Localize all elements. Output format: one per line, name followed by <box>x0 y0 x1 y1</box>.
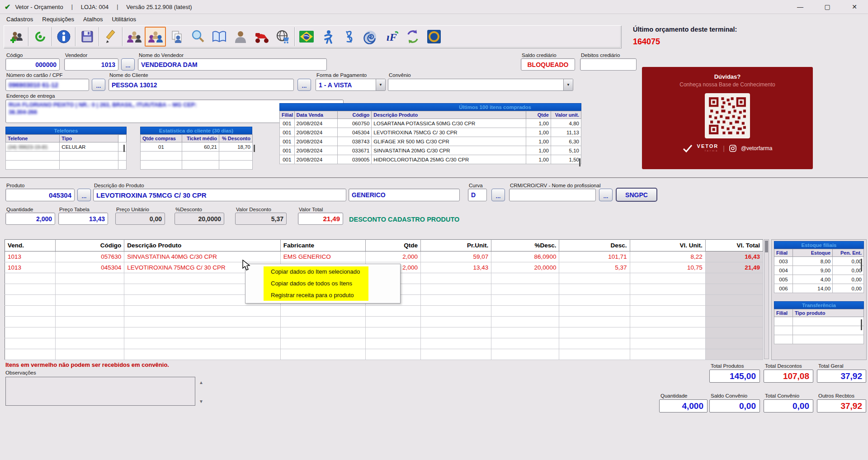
table-row[interactable] <box>5 306 763 317</box>
valor-desconto-field: 5,37 <box>235 213 287 225</box>
convenio-select[interactable]: ▼ <box>388 79 573 91</box>
table-row[interactable] <box>5 338 763 349</box>
table-row <box>774 317 864 326</box>
items-table-scrollbar[interactable] <box>764 239 769 359</box>
produto-label: Produto <box>6 183 24 188</box>
table-row[interactable]: 00120/08/2024033671SINVASTATINA 20MG C/3… <box>280 146 581 155</box>
person-run-icon[interactable] <box>317 27 338 47</box>
table-row[interactable] <box>6 152 127 161</box>
close-button[interactable]: ✕ <box>844 0 864 13</box>
table-row[interactable]: 00120/08/2024045304LEVOTIROXINA 75MCG C/… <box>280 128 581 137</box>
estatistica-scrollbar[interactable] <box>254 145 255 152</box>
minimize-button[interactable]: — <box>790 0 810 13</box>
vendedor-label: Vendedor <box>65 52 87 58</box>
brazil-flag-icon[interactable] <box>296 27 317 47</box>
spiral-icon[interactable] <box>359 27 381 47</box>
table-row[interactable]: 00120/08/2024038743GLIFAGE XR 500 MG C/3… <box>280 137 581 146</box>
menu-utilitarios[interactable]: Utilitários <box>107 14 140 24</box>
menu-bar: Cadastros Requisições Atalhos Utilitário… <box>0 14 868 24</box>
estoque-filiais-table: FilialEstoquePen. Ent. 0038,000,000049,0… <box>774 249 864 293</box>
header-cell: Desc. <box>559 240 630 251</box>
observacoes-scroll-up-icon[interactable]: ▲ <box>199 380 203 385</box>
delivery-motorcycle-icon[interactable] <box>251 27 272 47</box>
save-icon[interactable] <box>76 27 98 47</box>
info-icon[interactable] <box>53 27 74 47</box>
pharma-symbol-icon[interactable] <box>338 27 359 47</box>
phone-green-icon[interactable] <box>29 27 51 47</box>
estoque-scrollbar[interactable] <box>861 259 862 271</box>
table-row[interactable]: 1013057630SINVASTATINA 40MG C/30 CPREMS … <box>5 251 763 262</box>
forma-pagamento-select[interactable]: 1 - A VISTA ▼ <box>316 79 386 91</box>
scrollbar-thumb[interactable] <box>765 241 768 252</box>
menu-atalhos[interactable]: Atalhos <box>79 14 107 24</box>
crm-input[interactable] <box>509 189 596 201</box>
red-items-warning: Itens em vermelho não podem ser recebido… <box>5 361 169 368</box>
table-row[interactable] <box>5 349 763 360</box>
valor-total-field: 21,49 <box>298 213 343 225</box>
divider: | <box>723 145 725 152</box>
nome-cliente-input[interactable]: PESSOA 13012 <box>108 79 294 91</box>
table-row[interactable]: 00614,000,00 <box>774 284 864 293</box>
table-row[interactable]: 0038,000,00 <box>774 257 864 266</box>
curva-lookup-button[interactable]: ... <box>491 189 505 201</box>
observacoes-scroll-down-icon[interactable]: ▼ <box>199 399 203 404</box>
observacoes-textarea[interactable] <box>5 377 195 406</box>
copy-document-icon[interactable] <box>166 27 187 47</box>
catalog-book-icon[interactable] <box>208 27 230 47</box>
clients-group-selected-icon[interactable] <box>145 27 166 47</box>
table-row[interactable]: 0049,000,00 <box>774 266 864 275</box>
produto-lookup-button[interactable]: ... <box>77 189 91 201</box>
cartao-cpf-input[interactable]: 096903010 61-12 <box>5 79 89 91</box>
table-row[interactable] <box>5 327 763 338</box>
menu-item-copiar-todos[interactable]: Copiar dados de todos os Itens <box>267 278 400 290</box>
window-title-loja: LOJA: 004 <box>81 4 108 10</box>
header-cell: Telefone <box>6 135 60 142</box>
header-cell: Filial <box>774 249 793 257</box>
vendedor-lookup-button[interactable]: ... <box>121 58 135 71</box>
table-row[interactable] <box>5 317 763 327</box>
maximize-button[interactable]: ▢ <box>817 0 837 13</box>
table-row[interactable]: 00120/08/2024060750LOSARTANA POTASSICA 5… <box>280 119 581 128</box>
f-logo-icon[interactable]: ıF <box>381 27 402 47</box>
estatistica-title: Estatística do cliente (30 dias) <box>140 127 252 134</box>
menu-item-registrar-receita[interactable]: Registrar receita para o produto <box>267 290 400 302</box>
menu-requisicoes[interactable]: Requisições <box>38 14 79 24</box>
table-row <box>141 161 253 170</box>
add-client-icon[interactable] <box>6 27 27 47</box>
table-row[interactable] <box>6 161 127 170</box>
quantidade-input[interactable]: 2,000 <box>5 213 55 225</box>
produto-input[interactable]: 045304 <box>5 189 75 201</box>
nome-vendedor-input[interactable]: VENDEDORA DAM <box>138 58 327 71</box>
edit-icon[interactable] <box>100 27 121 47</box>
oval-logo-icon[interactable] <box>423 27 444 47</box>
ultimos-itens-scrollbar[interactable] <box>579 158 580 166</box>
kb-subtitle: Conheça nossa Base de Conhecimento <box>642 81 813 88</box>
web-store-icon[interactable] <box>272 27 293 47</box>
dropdown-arrow-icon[interactable]: ▼ <box>563 79 573 90</box>
estoque-header: FilialEstoquePen. Ent. <box>774 249 864 257</box>
knowledge-base-panel[interactable]: Dúvidas? Conheça nossa Base de Conhecime… <box>642 67 813 169</box>
clients-group-icon[interactable] <box>123 27 145 47</box>
table-row[interactable]: 00120/08/2024039005HIDROCLOROTIAZIDA 25M… <box>280 155 581 164</box>
vendedor-input[interactable]: 1013 <box>64 58 118 71</box>
telefones-scrollbar[interactable] <box>123 145 125 152</box>
menu-cadastros[interactable]: Cadastros <box>2 14 38 24</box>
sngpc-button[interactable]: SNGPC <box>616 188 657 202</box>
cartao-lookup-button[interactable]: ... <box>92 79 105 91</box>
descricao-produto-input[interactable]: LEVOTIROXINA 75MCG C/ 30 CPR <box>93 189 346 201</box>
table-row[interactable]: 0054,000,00 <box>774 275 864 284</box>
dropdown-arrow-icon[interactable]: ▼ <box>376 79 385 90</box>
observacoes-label: Observações <box>5 370 36 375</box>
cliente-lookup-button[interactable]: ... <box>297 79 311 91</box>
search-icon[interactable] <box>187 27 208 47</box>
menu-item-copiar-item[interactable]: Copiar dados do Item selecionado <box>267 266 400 278</box>
transferencia-scrollbar[interactable] <box>861 319 862 330</box>
quantidade-total-value: 4,000 <box>659 399 708 413</box>
crm-lookup-button[interactable]: ... <box>599 189 613 201</box>
header-cell: Ticket médio <box>182 135 219 142</box>
title-bar: ✔ Vetor - Orçamento | LOJA: 004 | Versão… <box>0 0 868 14</box>
sync-icon[interactable] <box>402 27 423 47</box>
table-row[interactable]: (34) 99623-19-81CELULAR <box>6 142 127 152</box>
customer-icon[interactable] <box>230 27 251 47</box>
codigo-input[interactable]: 000000 <box>5 58 60 71</box>
